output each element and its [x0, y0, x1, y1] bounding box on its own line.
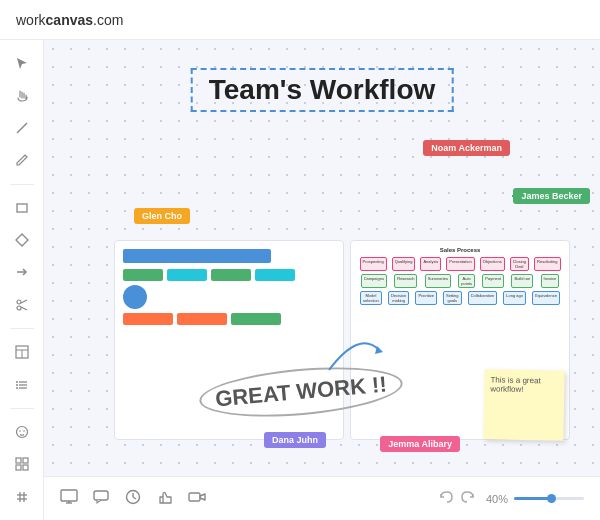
- rectangle-tool[interactable]: [8, 195, 36, 221]
- svg-rect-23: [23, 465, 28, 470]
- emoji-tool[interactable]: [8, 419, 36, 445]
- sidebar: [0, 40, 44, 520]
- sales-tree: Sales Process Prospecting Qualifying Ana…: [351, 241, 569, 314]
- line-tool[interactable]: [8, 115, 36, 141]
- svg-rect-20: [16, 458, 21, 463]
- monitor-icon[interactable]: [60, 488, 78, 510]
- mini-box-2: [167, 269, 207, 281]
- mini-row-2: [123, 285, 335, 309]
- logo-bold: canvas: [46, 12, 93, 28]
- svg-rect-22: [16, 465, 21, 470]
- mini-row-3: [123, 313, 335, 325]
- svg-point-18: [19, 430, 21, 432]
- canvas-area[interactable]: Team's Workflow Noam Ackerman James Beck…: [44, 40, 600, 520]
- svg-point-19: [23, 430, 25, 432]
- user-label-dana: Dana Juhn: [264, 432, 326, 448]
- sales-node-summaries: Summaries: [425, 274, 451, 288]
- sales-node-payment: Payment: [482, 274, 504, 288]
- diamond-tool[interactable]: [8, 227, 36, 253]
- sales-node-long-ago: Long ago: [503, 291, 526, 305]
- arrow-tool[interactable]: [8, 259, 36, 285]
- thumb-up-icon[interactable]: [156, 488, 174, 510]
- list-tool[interactable]: [8, 371, 36, 397]
- zoom-level-label: 40%: [486, 493, 508, 505]
- zoom-slider-thumb[interactable]: [547, 494, 556, 503]
- sales-node-resoliciting: Resoliciting: [534, 257, 560, 271]
- sales-node-model: Modelselection: [360, 291, 382, 305]
- mini-box-10: [231, 313, 281, 325]
- svg-rect-32: [94, 491, 108, 500]
- sales-row-1: Prospecting Qualifying Analysis Presenta…: [357, 257, 563, 271]
- user-label-noam: Noam Ackerman: [423, 140, 510, 156]
- curved-arrow-svg: [309, 320, 389, 380]
- svg-point-14: [16, 381, 18, 383]
- sticky-note-text: This is a great workflow!: [490, 375, 541, 394]
- toolbar-right: 40%: [438, 489, 584, 509]
- sales-node-invoice: Invoice: [541, 274, 560, 288]
- sales-node-closing: ClosingDeal: [510, 257, 529, 271]
- svg-line-0: [17, 123, 27, 133]
- zoom-slider-fill: [514, 497, 549, 500]
- sales-node-prioritize: Prioritize: [415, 291, 437, 305]
- svg-line-7: [21, 307, 27, 310]
- grid-tool[interactable]: [8, 451, 36, 477]
- svg-rect-1: [17, 204, 27, 212]
- svg-point-4: [17, 300, 21, 304]
- mini-box-8: [123, 313, 173, 325]
- cursor-tool[interactable]: [8, 50, 36, 76]
- header: workcanvas.com: [0, 0, 600, 40]
- pen-tool[interactable]: [8, 147, 36, 173]
- svg-rect-36: [189, 493, 200, 501]
- mini-box-1: [123, 269, 163, 281]
- zoom-slider[interactable]: [514, 497, 584, 500]
- sales-node-setting: Settinggoals: [443, 291, 461, 305]
- hand-tool[interactable]: [8, 82, 36, 108]
- undo-redo-controls: [438, 489, 476, 509]
- bottom-toolbar: 40%: [44, 476, 600, 520]
- sales-node-collaboration: Collaboration: [468, 291, 498, 305]
- main-layout: Team's Workflow Noam Ackerman James Beck…: [0, 40, 600, 520]
- table-tool[interactable]: [8, 339, 36, 365]
- scissors-tool[interactable]: [8, 292, 36, 318]
- sales-node-equivalence: Equivalence: [532, 291, 560, 305]
- svg-line-6: [21, 300, 27, 303]
- mini-row-1: [123, 269, 335, 281]
- mini-circle: [123, 285, 147, 309]
- svg-marker-2: [16, 234, 28, 246]
- mini-box-9: [177, 313, 227, 325]
- svg-point-16: [16, 387, 18, 389]
- sales-title: Sales Process: [357, 247, 563, 253]
- layout-tool[interactable]: [8, 484, 36, 510]
- sales-row-2: Campaigns Research Summaries Autopoints …: [357, 274, 563, 288]
- sales-node-auto: Autopoints: [458, 274, 475, 288]
- comment-icon[interactable]: [92, 488, 110, 510]
- svg-rect-21: [23, 458, 28, 463]
- mini-box-4: [255, 269, 295, 281]
- clock-icon[interactable]: [124, 488, 142, 510]
- sales-node-decision: Decisionmaking: [388, 291, 409, 305]
- sidebar-divider-2: [10, 328, 34, 329]
- sidebar-divider-3: [10, 408, 34, 409]
- svg-point-15: [16, 384, 18, 386]
- user-label-jemma: Jemma Alibary: [380, 436, 460, 452]
- toolbar-left: [60, 488, 438, 510]
- sales-node-build-run: Build run: [511, 274, 533, 288]
- svg-point-17: [16, 426, 27, 437]
- zoom-controls: 40%: [486, 493, 584, 505]
- logo: workcanvas.com: [16, 12, 123, 28]
- user-label-james: James Becker: [513, 188, 590, 204]
- mini-header: [123, 249, 271, 263]
- sales-node-prospecting: Prospecting: [360, 257, 387, 271]
- sales-row-3: Modelselection Decisionmaking Prioritize…: [357, 291, 563, 305]
- sidebar-divider-1: [10, 184, 34, 185]
- sales-node-presentation: Presentation: [446, 257, 474, 271]
- user-label-glen: Glen Cho: [134, 208, 190, 224]
- redo-icon[interactable]: [460, 489, 476, 509]
- mini-box-3: [211, 269, 251, 281]
- video-icon[interactable]: [188, 488, 206, 510]
- svg-point-5: [17, 306, 21, 310]
- undo-icon[interactable]: [438, 489, 454, 509]
- canvas-title[interactable]: Team's Workflow: [191, 68, 454, 112]
- sticky-note: This is a great workflow!: [483, 369, 564, 440]
- sales-node-analysis: Analysis: [420, 257, 441, 271]
